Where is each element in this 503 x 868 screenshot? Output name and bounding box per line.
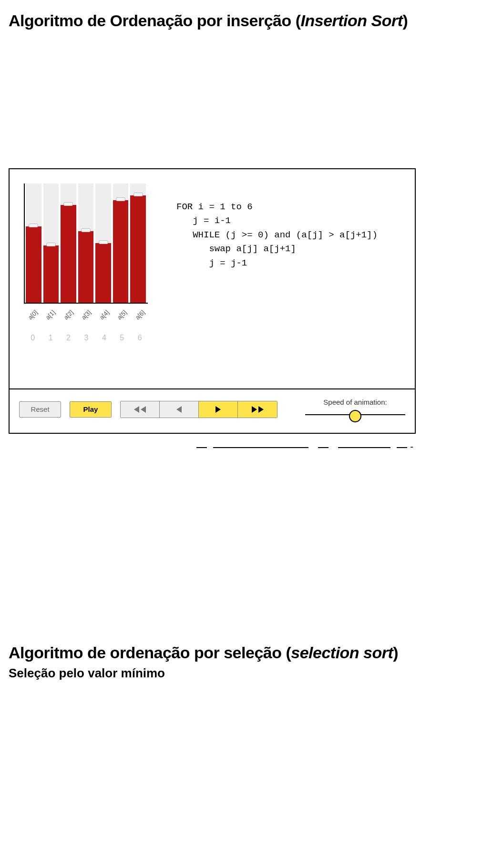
x-label: a[6] <box>132 306 148 323</box>
bar <box>43 245 59 303</box>
title2-italic: selection sort <box>291 643 393 662</box>
x-index: 5 <box>114 334 130 342</box>
x-label: a[1] <box>42 306 59 323</box>
bar-slot[interactable] <box>61 184 76 303</box>
title2-suffix: ) <box>393 643 398 662</box>
code-line: j = j-1 <box>176 258 247 268</box>
bar-handle[interactable] <box>116 197 125 201</box>
code-line: FOR i = 1 to 6 <box>176 202 253 212</box>
bar <box>130 195 146 303</box>
chart-area <box>24 184 148 304</box>
x-label: a[2] <box>60 306 76 323</box>
x-index: 3 <box>78 334 94 342</box>
bar-handle[interactable] <box>81 228 91 232</box>
x-index: 1 <box>42 334 58 342</box>
fast-forward-button[interactable] <box>238 401 277 418</box>
bar <box>78 231 94 303</box>
code-line: WHILE (j >= 0) and (a[j] > a[j+1]) <box>176 230 378 240</box>
title-italic: Insertion Sort <box>301 11 403 30</box>
bar-handle[interactable] <box>29 224 38 227</box>
bar <box>113 200 129 303</box>
step-buttons <box>120 401 277 418</box>
page-title: Algoritmo de Ordenação por inserção (Ins… <box>9 11 494 30</box>
reset-button[interactable]: Reset <box>19 401 61 418</box>
code-line: swap a[j] a[j+1] <box>176 244 296 254</box>
bar-slot[interactable] <box>78 184 94 303</box>
bar-slot[interactable] <box>95 184 111 303</box>
bar-handle[interactable] <box>99 240 108 244</box>
bar-slot[interactable] <box>43 184 59 303</box>
insertion-sort-applet: a[0]a[1]a[2]a[3]a[4]a[5]a[6] 0123456 FOR… <box>9 168 416 434</box>
bar-slot[interactable] <box>26 184 41 303</box>
rewind-button[interactable] <box>121 401 160 418</box>
bar <box>26 226 41 303</box>
speed-slider[interactable] <box>305 409 405 420</box>
bar <box>95 243 111 303</box>
x-label: a[5] <box>114 306 130 323</box>
bar-slot[interactable] <box>113 184 129 303</box>
play-button[interactable]: Play <box>70 401 112 418</box>
bar-slot[interactable] <box>130 184 146 303</box>
speed-label: Speed of animation: <box>305 398 405 406</box>
bar-chart: a[0]a[1]a[2]a[3]a[4]a[5]a[6] 0123456 <box>24 184 148 342</box>
step-forward-icon <box>216 406 221 413</box>
x-index: 2 <box>61 334 76 342</box>
x-label: a[3] <box>78 306 94 323</box>
step-back-icon <box>176 406 182 413</box>
bar-handle[interactable] <box>133 193 143 196</box>
chart-x-indices: 0123456 <box>24 334 148 342</box>
x-index: 6 <box>132 334 148 342</box>
applet-body: a[0]a[1]a[2]a[3]a[4]a[5]a[6] 0123456 FOR… <box>10 169 415 388</box>
bar-handle[interactable] <box>63 202 73 206</box>
title-suffix: ) <box>403 11 408 30</box>
x-label: a[4] <box>96 306 112 323</box>
section2-title: Algoritmo de ordenação por seleção (sele… <box>9 643 494 662</box>
speed-control: Speed of animation: <box>305 398 405 420</box>
title2-prefix: Algoritmo de ordenação por seleção ( <box>9 643 291 662</box>
title-prefix: Algoritmo de Ordenação por inserção ( <box>9 11 301 30</box>
bar <box>61 205 76 303</box>
source-placeholder: - <box>9 439 416 448</box>
section2-subtitle: Seleção pelo valor mínimo <box>9 666 494 681</box>
code-line: j = i-1 <box>176 215 231 226</box>
step-back-button[interactable] <box>160 401 199 418</box>
controls-bar: Reset Play Speed of animation: <box>10 388 415 433</box>
x-index: 0 <box>25 334 41 342</box>
x-index: 4 <box>96 334 112 342</box>
step-forward-button[interactable] <box>199 401 238 418</box>
chart-x-labels: a[0]a[1]a[2]a[3]a[4]a[5]a[6] <box>24 306 148 318</box>
x-label: a[0] <box>25 306 41 323</box>
bar-handle[interactable] <box>46 243 56 246</box>
fast-forward-icon <box>252 406 264 413</box>
pseudocode: FOR i = 1 to 6 j = i-1 WHILE (j >= 0) an… <box>148 184 378 270</box>
slider-knob[interactable] <box>349 410 361 422</box>
rewind-icon <box>134 406 146 413</box>
